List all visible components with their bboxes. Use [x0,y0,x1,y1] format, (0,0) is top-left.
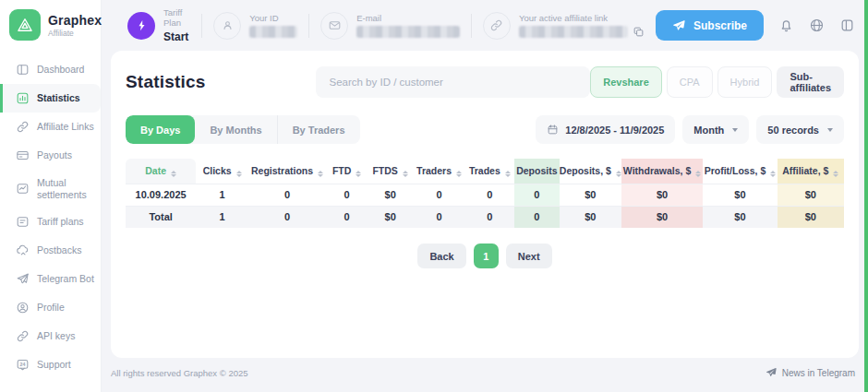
column-header-ftd[interactable]: FTD [326,159,368,184]
chevron-down-icon [827,128,833,132]
email-value-redacted [356,26,460,38]
divider [308,14,309,38]
brand-subtitle: Affiliate [48,29,102,38]
logout-panel-icon[interactable] [839,18,855,33]
statistics-table: DateClicksRegistrationsFTDFTDSTradersTra… [126,159,844,228]
sidebar-item-dashboard[interactable]: Dashboard [0,55,101,84]
column-header-registrations[interactable]: Registrations [248,159,326,184]
column-header-deposits[interactable]: Deposits, $ [560,159,621,184]
sidebar-item-profile[interactable]: Profile [0,293,101,322]
page-1-button[interactable]: 1 [474,244,499,268]
cell-deposits: $0 [560,206,621,228]
column-header-trades[interactable]: Trades [465,159,514,184]
your-id-label: Your ID [249,13,297,23]
column-label: Date [145,165,166,176]
sidebar-item-postbacks[interactable]: Postbacks [0,236,101,265]
subscribe-button[interactable]: Subscribe [656,10,764,41]
cell-affiliate: $0 [778,206,844,228]
footer: All rights reserved Graphex © 2025 News … [111,367,855,378]
column-label: Clicks [203,165,232,176]
sidebar-item-statistics[interactable]: Statistics [0,84,101,113]
tab-sub-affiliates[interactable]: Sub-affiliates [777,66,844,98]
paper-plane-icon [766,367,777,378]
sidebar-item-label: Affiliate Links [37,121,94,133]
tariff-plan-group: Tariff Plan Start [127,7,190,43]
envelope-icon [320,12,348,40]
your-id-group: Your ID [213,12,297,40]
sidebar-item-support[interactable]: 24Support [0,350,101,379]
sort-icon [770,171,776,178]
plan-tabs: RevshareCPAHybridSub-affiliates [590,66,844,98]
tab-cpa[interactable]: CPA [667,66,713,98]
sidebar-item-payouts[interactable]: Payouts [0,141,101,170]
sidebar-item-telegram-bot[interactable]: Telegram Bot [0,265,101,293]
sidebar-item-mutual-settlements[interactable]: Mutual settlements [0,170,101,208]
sort-icon [318,171,323,178]
subscribe-label: Subscribe [693,19,747,32]
sort-icon [403,171,408,178]
page-title: Statistics [126,72,205,92]
tab-revshare[interactable]: Revshare [590,66,662,98]
bell-icon[interactable] [778,18,794,33]
sidebar-item-affiliate-links[interactable]: Affiliate Links [0,113,101,141]
postbacks-icon [16,244,30,257]
toggle-by-traders[interactable]: By Traders [278,115,360,144]
sort-icon [236,171,242,178]
affiliate-link-label: Your active affiliate link [519,13,645,23]
cell-clicks: 1 [196,206,248,228]
affiliate-link-group: Your active affiliate link [483,12,645,40]
back-button[interactable]: Back [417,244,465,268]
sidebar-item-api-keys[interactable]: API keys [0,322,101,350]
sidebar-item-label: Postbacks [37,244,81,256]
toggle-by-months[interactable]: By Months [195,115,277,144]
column-header-traders[interactable]: Traders [413,159,465,184]
cell-clicks: 1 [196,184,248,206]
records-dropdown[interactable]: 50 records [756,115,844,144]
toggle-by-days[interactable]: By Days [126,115,195,144]
column-header-withdrawals[interactable]: Withdrawals, $ [621,159,704,184]
news-in-telegram-label: News in Telegram [782,368,855,378]
settlements-icon [16,182,30,196]
sidebar-item-tariff-plans[interactable]: Tariff plans [0,208,101,236]
table-body: 10.09.2025100$0000$0$0$0$0Total100$0000$… [126,184,844,228]
sidebar: Graphex Affiliate DashboardStatisticsAff… [0,0,102,392]
cell-ftd: 0 [326,206,368,228]
sidebar-item-label: Statistics [37,92,80,104]
payouts-icon [16,148,30,162]
divider [471,14,472,38]
column-header-ftds[interactable]: FTDS [368,159,413,184]
date-range-picker[interactable]: 12/8/2025 - 11/9/2025 [536,115,675,144]
telegram-icon [16,272,30,286]
globe-icon[interactable] [809,18,825,33]
column-header-profit-loss[interactable]: Profit/Loss, $ [703,159,777,184]
sidebar-nav: DashboardStatisticsAffiliate LinksPayout… [0,55,101,379]
table-row: 10.09.2025100$0000$0$0$0$0 [126,184,844,206]
email-group: E-mail [320,12,460,40]
chevron-down-icon [732,128,738,132]
sidebar-item-label: Payouts [37,149,72,161]
tab-hybrid[interactable]: Hybrid [717,66,773,98]
copy-icon[interactable] [633,26,645,38]
column-header-affiliate[interactable]: Affiliate, $ [778,159,844,184]
dashboard-icon [16,63,30,77]
tariff-plan-label: Tariff Plan [163,7,190,28]
cell-traders: 0 [413,184,465,206]
filter-controls: 12/8/2025 - 11/9/2025 Month 50 records [536,115,844,144]
column-label: FTDS [372,165,397,176]
cell-registrations: 0 [248,184,326,206]
search-input[interactable] [316,66,590,98]
column-label: Withdrawals, $ [623,165,691,176]
news-in-telegram-link[interactable]: News in Telegram [766,367,855,378]
column-header-clicks[interactable]: Clicks [196,159,248,184]
profile-icon [16,301,30,315]
sort-icon [616,171,621,178]
next-button[interactable]: Next [506,244,552,268]
period-dropdown[interactable]: Month [682,115,749,144]
column-header-date[interactable]: Date [126,159,196,184]
cell-ftds: $0 [368,206,413,228]
cell-registrations: 0 [248,206,326,228]
lightning-icon [127,12,155,40]
link-icon [483,12,511,40]
sidebar-item-label: Telegram Bot [37,273,94,285]
column-label: Traders [416,165,452,176]
